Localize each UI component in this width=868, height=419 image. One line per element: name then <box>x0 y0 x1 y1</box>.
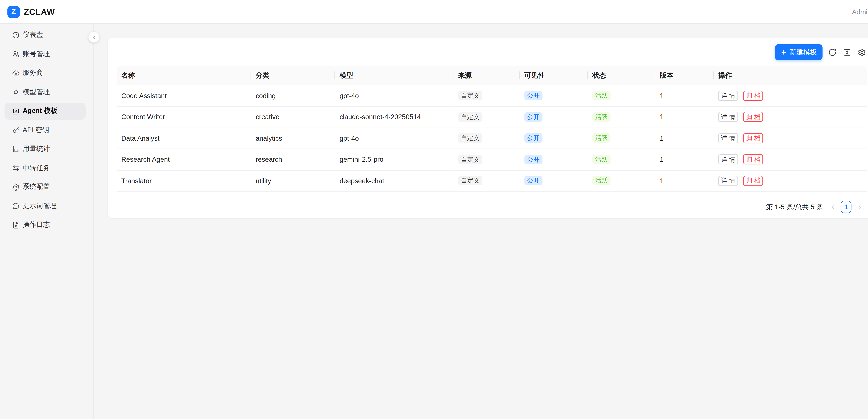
pagination-next-button[interactable] <box>855 201 863 213</box>
table-settings-gear-icon[interactable] <box>857 48 867 57</box>
pagination-total-label: 第 1-5 条/总共 5 条 <box>766 202 823 212</box>
visibility-tag: 公开 <box>524 176 542 186</box>
brand-logo-icon: Z <box>7 5 20 18</box>
plug-icon <box>12 88 20 96</box>
status-tag: 活跃 <box>592 112 610 122</box>
archive-button[interactable]: 归 档 <box>743 133 763 143</box>
cell-version: 1 <box>655 128 714 149</box>
chevron-left-icon <box>830 204 836 210</box>
table-row: Content Writer creative claude-sonnet-4-… <box>117 106 867 127</box>
detail-button[interactable]: 详 情 <box>718 176 738 186</box>
refresh-icon[interactable] <box>828 48 837 57</box>
cell-name: Code Assistant <box>117 85 251 106</box>
cell-name: Content Writer <box>117 106 251 127</box>
table-header: 名称 分类 模型 来源 可见性 状态 版本 操作 <box>117 66 867 85</box>
cell-category: coding <box>251 85 335 106</box>
source-tag: 自定义 <box>458 112 482 122</box>
table-row: Data Analyst analytics gpt-4o 自定义 公开 活跃 … <box>117 128 867 149</box>
cell-version: 1 <box>655 170 714 191</box>
agent-templates-card: 新建模板 名称 <box>107 38 868 218</box>
pagination-page-1[interactable]: 1 <box>841 201 851 213</box>
pagination: 第 1-5 条/总共 5 条 1 <box>107 201 863 213</box>
sidebar-item-label: 系统配置 <box>23 182 50 192</box>
table-row: Research Agent research gemini-2.5-pro 自… <box>117 149 867 170</box>
detail-button[interactable]: 详 情 <box>718 133 738 143</box>
col-header-status: 状态 <box>588 66 655 85</box>
sidebar-item-label: 模型管理 <box>23 87 50 97</box>
app-root: Z ZCLAW Admin 仪表盘 账号管理 服务商 <box>0 0 868 419</box>
col-header-name: 名称 <box>117 66 251 85</box>
cell-version: 1 <box>655 106 714 127</box>
cell-category: analytics <box>251 128 335 149</box>
table-toolbar: 新建模板 <box>107 38 868 60</box>
col-header-category: 分类 <box>251 66 335 85</box>
source-tag: 自定义 <box>458 155 482 164</box>
pagination-prev-button[interactable] <box>829 201 837 213</box>
sidebar-item-providers[interactable]: 服务商 <box>4 64 86 82</box>
plus-icon <box>780 49 787 55</box>
sidebar-item-relay-tasks[interactable]: 中转任务 <box>4 159 86 176</box>
sidebar-collapse-button[interactable] <box>88 32 99 42</box>
key-icon <box>12 126 20 134</box>
cloud-icon <box>12 69 20 77</box>
cell-model: gemini-2.5-pro <box>335 149 454 170</box>
detail-button[interactable]: 详 情 <box>718 154 738 164</box>
sidebar-item-api-keys[interactable]: API 密钥 <box>4 121 86 139</box>
visibility-tag: 公开 <box>524 91 542 100</box>
column-height-icon[interactable] <box>842 48 852 57</box>
status-tag: 活跃 <box>592 155 610 164</box>
col-header-model: 模型 <box>335 66 454 85</box>
sidebar-item-agent-templates[interactable]: Agent 模板 <box>4 102 86 119</box>
detail-button[interactable]: 详 情 <box>718 90 738 101</box>
sidebar-item-label: API 密钥 <box>23 125 49 135</box>
cell-name: Translator <box>117 170 251 191</box>
cell-model: claude-sonnet-4-20250514 <box>335 106 454 127</box>
users-icon <box>12 50 20 58</box>
cell-category: research <box>251 149 335 170</box>
archive-button[interactable]: 归 档 <box>743 176 763 186</box>
gear-icon <box>12 183 20 191</box>
brand-name: ZCLAW <box>24 7 55 17</box>
templates-table: 名称 分类 模型 来源 可见性 状态 版本 操作 Code Assistant … <box>117 66 867 192</box>
cell-name: Research Agent <box>117 149 251 170</box>
cell-model: gpt-4o <box>335 85 454 106</box>
archive-button[interactable]: 归 档 <box>743 154 763 164</box>
col-header-visibility: 可见性 <box>520 66 588 85</box>
col-header-actions: 操作 <box>714 66 867 85</box>
sidebar-item-label: 用量统计 <box>23 144 50 154</box>
sidebar-item-label: Agent 模板 <box>23 106 58 116</box>
cell-model: gpt-4o <box>335 128 454 149</box>
gauge-icon <box>12 31 20 39</box>
new-template-button[interactable]: 新建模板 <box>775 44 823 60</box>
sidebar-item-prompt-management[interactable]: 提示词管理 <box>4 197 86 214</box>
chevron-right-icon <box>856 204 863 210</box>
sidebar-item-accounts[interactable]: 账号管理 <box>4 45 86 62</box>
cell-category: creative <box>251 106 335 127</box>
cell-name: Data Analyst <box>117 128 251 149</box>
detail-button[interactable]: 详 情 <box>718 112 738 122</box>
status-tag: 活跃 <box>592 91 610 100</box>
top-bar: Z ZCLAW Admin <box>0 0 868 24</box>
sidebar-item-models[interactable]: 模型管理 <box>4 83 86 100</box>
sidebar-item-operation-logs[interactable]: 操作日志 <box>4 216 86 233</box>
file-text-icon <box>12 221 20 229</box>
table-row: Translator utility deepseek-chat 自定义 公开 … <box>117 170 867 191</box>
col-header-version: 版本 <box>655 66 714 85</box>
sidebar-item-label: 提示词管理 <box>23 201 57 211</box>
source-tag: 自定义 <box>458 133 482 143</box>
sidebar-item-label: 服务商 <box>23 68 43 78</box>
table-row: Code Assistant coding gpt-4o 自定义 公开 活跃 1… <box>117 85 867 106</box>
sidebar-item-label: 仪表盘 <box>23 30 43 40</box>
chat-dots-icon <box>12 202 20 210</box>
sidebar-item-dashboard[interactable]: 仪表盘 <box>4 26 86 43</box>
sidebar-item-label: 操作日志 <box>23 220 50 230</box>
sidebar-item-system-config[interactable]: 系统配置 <box>4 178 86 196</box>
sidebar-item-usage-stats[interactable]: 用量统计 <box>4 140 86 157</box>
archive-button[interactable]: 归 档 <box>743 112 763 122</box>
visibility-tag: 公开 <box>524 133 542 143</box>
archive-button[interactable]: 归 档 <box>743 90 763 101</box>
sidebar-item-label: 中转任务 <box>23 163 50 173</box>
cell-version: 1 <box>655 85 714 106</box>
sidebar-item-label: 账号管理 <box>23 49 50 59</box>
visibility-tag: 公开 <box>524 112 542 122</box>
